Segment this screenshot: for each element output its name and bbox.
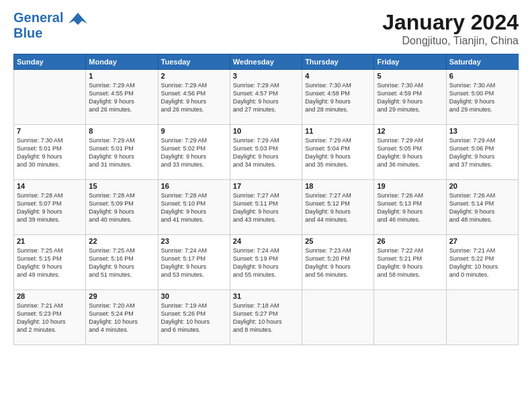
week-row-2: 14Sunrise: 7:28 AM Sunset: 5:07 PM Dayli… xyxy=(14,180,519,235)
calendar-cell: 8Sunrise: 7:29 AM Sunset: 5:01 PM Daylig… xyxy=(86,125,158,180)
day-number: 16 xyxy=(161,182,227,190)
day-number: 24 xyxy=(233,237,299,245)
calendar-cell: 21Sunrise: 7:25 AM Sunset: 5:15 PM Dayli… xyxy=(14,235,86,290)
day-number: 26 xyxy=(377,237,443,245)
col-header-monday: Monday xyxy=(86,54,158,70)
day-info: Sunrise: 7:21 AM Sunset: 5:22 PM Dayligh… xyxy=(449,246,515,279)
calendar-cell: 11Sunrise: 7:29 AM Sunset: 5:04 PM Dayli… xyxy=(302,125,374,180)
day-number: 5 xyxy=(377,72,443,80)
day-info: Sunrise: 7:29 AM Sunset: 5:03 PM Dayligh… xyxy=(233,136,299,169)
day-number: 10 xyxy=(233,127,299,135)
day-number: 18 xyxy=(305,182,371,190)
calendar-cell: 7Sunrise: 7:30 AM Sunset: 5:01 PM Daylig… xyxy=(14,125,86,180)
calendar-cell: 14Sunrise: 7:28 AM Sunset: 5:07 PM Dayli… xyxy=(14,180,86,235)
day-info: Sunrise: 7:29 AM Sunset: 5:05 PM Dayligh… xyxy=(377,136,443,169)
logo-blue: Blue xyxy=(13,26,87,40)
day-info: Sunrise: 7:24 AM Sunset: 5:17 PM Dayligh… xyxy=(161,246,227,279)
day-info: Sunrise: 7:29 AM Sunset: 4:56 PM Dayligh… xyxy=(161,81,227,114)
calendar-table: SundayMondayTuesdayWednesdayThursdayFrid… xyxy=(13,54,519,345)
day-number: 14 xyxy=(17,182,83,190)
day-number: 8 xyxy=(89,127,154,135)
calendar-cell: 31Sunrise: 7:18 AM Sunset: 5:27 PM Dayli… xyxy=(230,290,302,345)
logo: General Blue xyxy=(13,10,87,40)
day-info: Sunrise: 7:29 AM Sunset: 5:06 PM Dayligh… xyxy=(449,136,515,169)
day-info: Sunrise: 7:29 AM Sunset: 4:57 PM Dayligh… xyxy=(233,81,299,114)
day-info: Sunrise: 7:30 AM Sunset: 4:59 PM Dayligh… xyxy=(377,81,443,114)
day-info: Sunrise: 7:18 AM Sunset: 5:27 PM Dayligh… xyxy=(233,302,299,334)
day-number: 22 xyxy=(89,237,154,245)
day-number: 20 xyxy=(449,182,515,190)
week-row-3: 21Sunrise: 7:25 AM Sunset: 5:15 PM Dayli… xyxy=(14,235,519,290)
day-number: 23 xyxy=(161,237,227,245)
day-number: 13 xyxy=(449,127,515,135)
calendar-cell: 24Sunrise: 7:24 AM Sunset: 5:19 PM Dayli… xyxy=(230,235,302,290)
day-number: 28 xyxy=(17,292,83,300)
calendar-cell: 18Sunrise: 7:27 AM Sunset: 5:12 PM Dayli… xyxy=(302,180,374,235)
day-info: Sunrise: 7:30 AM Sunset: 5:00 PM Dayligh… xyxy=(449,81,515,114)
day-number: 25 xyxy=(305,237,371,245)
day-info: Sunrise: 7:22 AM Sunset: 5:21 PM Dayligh… xyxy=(377,246,443,279)
month-title: January 2024 xyxy=(382,10,519,35)
calendar-cell: 10Sunrise: 7:29 AM Sunset: 5:03 PM Dayli… xyxy=(230,125,302,180)
day-info: Sunrise: 7:23 AM Sunset: 5:20 PM Dayligh… xyxy=(305,246,371,279)
day-number: 17 xyxy=(233,182,299,190)
calendar-cell: 26Sunrise: 7:22 AM Sunset: 5:21 PM Dayli… xyxy=(374,235,446,290)
calendar-cell xyxy=(14,70,86,125)
logo-general: General xyxy=(13,10,63,25)
day-info: Sunrise: 7:27 AM Sunset: 5:11 PM Dayligh… xyxy=(233,191,299,224)
location: Dongjituo, Tianjin, China xyxy=(382,35,519,47)
day-number: 11 xyxy=(305,127,371,135)
day-number: 4 xyxy=(305,72,371,80)
day-info: Sunrise: 7:28 AM Sunset: 5:10 PM Dayligh… xyxy=(161,191,227,224)
col-header-friday: Friday xyxy=(374,54,446,70)
calendar-cell xyxy=(302,290,374,345)
calendar-cell: 12Sunrise: 7:29 AM Sunset: 5:05 PM Dayli… xyxy=(374,125,446,180)
calendar-cell: 16Sunrise: 7:28 AM Sunset: 5:10 PM Dayli… xyxy=(158,180,230,235)
day-info: Sunrise: 7:30 AM Sunset: 4:58 PM Dayligh… xyxy=(305,81,371,114)
day-info: Sunrise: 7:26 AM Sunset: 5:14 PM Dayligh… xyxy=(449,191,515,224)
calendar-cell: 30Sunrise: 7:19 AM Sunset: 5:26 PM Dayli… xyxy=(158,290,230,345)
page: General Blue January 2024 Dongjituo, Tia… xyxy=(0,0,532,411)
day-number: 30 xyxy=(161,292,227,300)
calendar-cell: 9Sunrise: 7:29 AM Sunset: 5:02 PM Daylig… xyxy=(158,125,230,180)
calendar-cell: 2Sunrise: 7:29 AM Sunset: 4:56 PM Daylig… xyxy=(158,70,230,125)
calendar-cell xyxy=(374,290,446,345)
day-info: Sunrise: 7:25 AM Sunset: 5:16 PM Dayligh… xyxy=(89,246,154,279)
calendar-cell: 15Sunrise: 7:28 AM Sunset: 5:09 PM Dayli… xyxy=(86,180,158,235)
week-row-4: 28Sunrise: 7:21 AM Sunset: 5:23 PM Dayli… xyxy=(14,290,519,345)
day-number: 31 xyxy=(233,292,299,300)
day-number: 2 xyxy=(161,72,227,80)
logo-bird-icon xyxy=(69,11,87,26)
calendar-cell: 29Sunrise: 7:20 AM Sunset: 5:24 PM Dayli… xyxy=(86,290,158,345)
day-number: 12 xyxy=(377,127,443,135)
day-info: Sunrise: 7:24 AM Sunset: 5:19 PM Dayligh… xyxy=(233,246,299,279)
col-header-wednesday: Wednesday xyxy=(230,54,302,70)
day-number: 7 xyxy=(17,127,83,135)
col-header-saturday: Saturday xyxy=(446,54,518,70)
day-info: Sunrise: 7:27 AM Sunset: 5:12 PM Dayligh… xyxy=(305,191,371,224)
calendar-cell: 5Sunrise: 7:30 AM Sunset: 4:59 PM Daylig… xyxy=(374,70,446,125)
calendar-cell: 20Sunrise: 7:26 AM Sunset: 5:14 PM Dayli… xyxy=(446,180,518,235)
calendar-header-row: SundayMondayTuesdayWednesdayThursdayFrid… xyxy=(14,54,519,70)
calendar-cell: 23Sunrise: 7:24 AM Sunset: 5:17 PM Dayli… xyxy=(158,235,230,290)
day-info: Sunrise: 7:21 AM Sunset: 5:23 PM Dayligh… xyxy=(17,302,83,334)
col-header-thursday: Thursday xyxy=(302,54,374,70)
calendar-cell: 22Sunrise: 7:25 AM Sunset: 5:16 PM Dayli… xyxy=(86,235,158,290)
calendar-cell: 27Sunrise: 7:21 AM Sunset: 5:22 PM Dayli… xyxy=(446,235,518,290)
day-info: Sunrise: 7:29 AM Sunset: 5:01 PM Dayligh… xyxy=(89,136,154,169)
calendar-cell xyxy=(446,290,518,345)
day-info: Sunrise: 7:28 AM Sunset: 5:09 PM Dayligh… xyxy=(89,191,154,224)
day-info: Sunrise: 7:20 AM Sunset: 5:24 PM Dayligh… xyxy=(89,302,154,334)
calendar-cell: 28Sunrise: 7:21 AM Sunset: 5:23 PM Dayli… xyxy=(14,290,86,345)
col-header-tuesday: Tuesday xyxy=(158,54,230,70)
day-number: 27 xyxy=(449,237,515,245)
week-row-1: 7Sunrise: 7:30 AM Sunset: 5:01 PM Daylig… xyxy=(14,125,519,180)
calendar-cell: 17Sunrise: 7:27 AM Sunset: 5:11 PM Dayli… xyxy=(230,180,302,235)
day-info: Sunrise: 7:28 AM Sunset: 5:07 PM Dayligh… xyxy=(17,191,83,224)
day-number: 6 xyxy=(449,72,515,80)
day-info: Sunrise: 7:30 AM Sunset: 5:01 PM Dayligh… xyxy=(17,136,83,169)
day-info: Sunrise: 7:19 AM Sunset: 5:26 PM Dayligh… xyxy=(161,302,227,334)
day-number: 1 xyxy=(89,72,154,80)
calendar-cell: 3Sunrise: 7:29 AM Sunset: 4:57 PM Daylig… xyxy=(230,70,302,125)
day-info: Sunrise: 7:25 AM Sunset: 5:15 PM Dayligh… xyxy=(17,246,83,279)
